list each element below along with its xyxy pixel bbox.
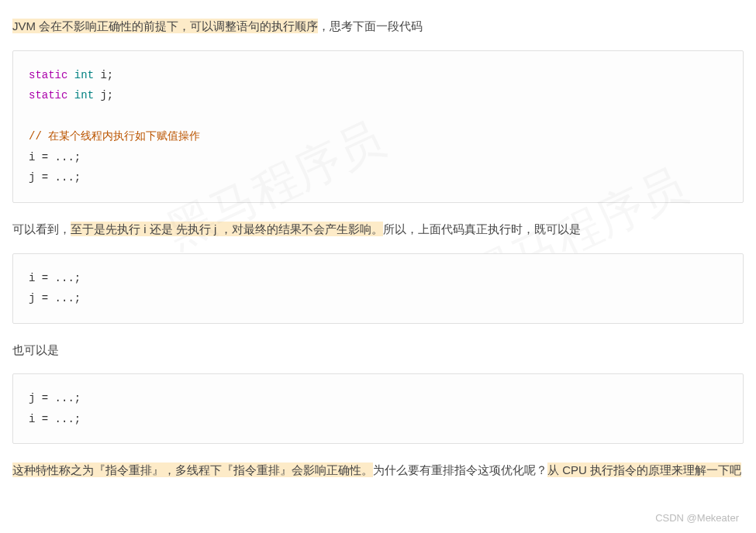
text: 为什么要有重排指令这项优化呢？ — [373, 463, 547, 476]
code-text: j; — [94, 89, 113, 101]
code-line: j = ...; — [29, 392, 81, 404]
code-line: j = ...; — [29, 292, 81, 304]
highlight-text: 至于是先执行 i 还是 先执行 j ，对最终的结果不会产生影响。 — [71, 222, 383, 236]
code-block-1: 黑马程序员黑马程序员static int i; static int j; //… — [12, 50, 744, 204]
code-text: i; — [94, 69, 113, 81]
keyword-static: static — [29, 69, 67, 81]
code-line: i = ...; — [29, 272, 81, 284]
code-comment: // 在某个线程内执行如下赋值操作 — [29, 130, 200, 143]
text: ，思考下面一段代码 — [318, 19, 423, 33]
code-block-2: i = ...; j = ...; — [12, 253, 744, 324]
code-line: i = ...; — [29, 151, 81, 163]
keyword-static: static — [29, 89, 67, 101]
keyword-type: int — [74, 89, 94, 101]
code-line: j = ...; — [29, 171, 81, 184]
highlight-text: JVM 会在不影响正确性的前提下，可以调整语句的执行顺序 — [12, 19, 318, 33]
paragraph-4: 这种特性称之为『指令重排』，多线程下『指令重排』会影响正确性。为什么要有重排指令… — [12, 459, 744, 482]
bg-watermark: 黑马程序员 — [153, 98, 401, 277]
paragraph-2: 可以看到，至于是先执行 i 还是 先执行 j ，对最终的结果不会产生影响。所以，… — [12, 218, 744, 241]
paragraph-3: 也可以是 — [12, 339, 744, 362]
keyword-type: int — [74, 69, 94, 81]
text: 可以看到， — [12, 222, 71, 236]
code-line: i = ...; — [29, 413, 81, 425]
paragraph-1: JVM 会在不影响正确性的前提下，可以调整语句的执行顺序，思考下面一段代码 — [12, 15, 744, 38]
code-block-3: j = ...; i = ...; — [12, 373, 744, 444]
highlight-text: 这种特性称之为『指令重排』，多线程下『指令重排』会影响正确性。 — [12, 463, 373, 477]
highlight-text: 从 CPU 执行指令的原理来理解一下吧 — [547, 463, 741, 477]
text: 所以，上面代码真正执行时，既可以是 — [383, 222, 581, 236]
watermark-text: CSDN @Mekeater — [655, 509, 739, 510]
